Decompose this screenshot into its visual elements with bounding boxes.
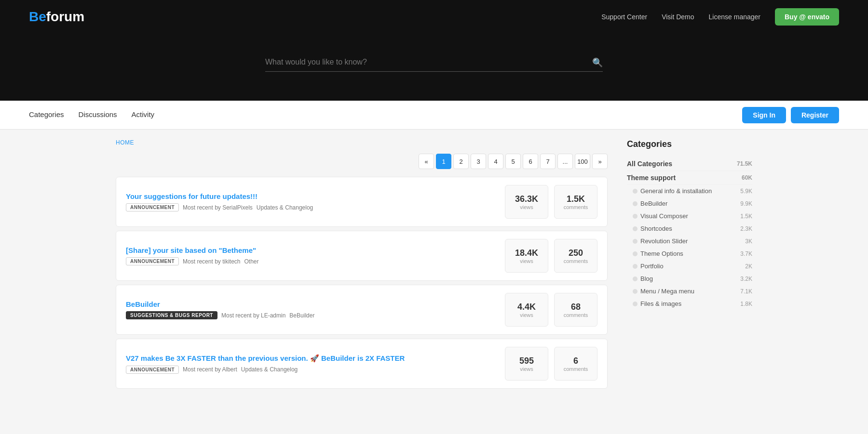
- license-manager-link[interactable]: License manager: [709, 13, 760, 21]
- sub-cat-name: Menu / Mega menu: [640, 288, 737, 295]
- thread-recent: Most recent by LE-admin: [221, 312, 285, 319]
- main-content: HOME « 1 2 3 4 5 6 7 ... 100 » Your sugg…: [87, 130, 781, 402]
- sub-cat-indicator: [633, 289, 637, 294]
- views-label: views: [520, 366, 533, 372]
- page-7[interactable]: 7: [540, 154, 556, 169]
- thread-info: V27 makes Be 3X FASTER than the previous…: [126, 354, 495, 374]
- page-5[interactable]: 5: [505, 154, 521, 169]
- thread-tag: ANNOUNCEMENT: [126, 257, 179, 265]
- header-nav: Support Center Visit Demo License manage…: [601, 8, 839, 26]
- page-next[interactable]: »: [592, 154, 608, 169]
- sub-cat-count: 5.9K: [740, 188, 752, 195]
- comments-stat: 68 comments: [554, 293, 597, 327]
- sub-cat-name: General info & installation: [640, 187, 737, 195]
- all-categories[interactable]: All Categories 71.5K: [627, 157, 752, 171]
- page-6[interactable]: 6: [523, 154, 538, 169]
- sub-cat-count: 3.2K: [740, 276, 752, 282]
- sub-cat-count: 1.8K: [740, 301, 752, 307]
- thread-info: [Share] your site based on "Betheme" ANN…: [126, 246, 495, 265]
- page-3[interactable]: 3: [471, 154, 486, 169]
- sign-in-button[interactable]: Sign In: [742, 107, 786, 123]
- logo-forum: forum: [46, 9, 84, 25]
- thread-meta: ANNOUNCEMENT Most recent by SerialPixels…: [126, 203, 495, 211]
- thread-recent: Most recent by Albert: [183, 366, 237, 373]
- nav-links: Categories Discussions Activity: [29, 102, 154, 128]
- search-icon: 🔍: [592, 57, 603, 68]
- all-categories-count: 71.5K: [737, 160, 752, 167]
- thread-title[interactable]: Your suggestions for future updates!!!: [126, 192, 495, 200]
- thread-category: BeBuilder: [289, 312, 314, 319]
- sub-cat-name: Shortcodes: [640, 225, 737, 232]
- sub-cat-indicator: [633, 189, 637, 194]
- views-value: 595: [519, 356, 534, 366]
- sidebar-title: Categories: [627, 139, 752, 149]
- sub-cat-count: 3K: [745, 238, 752, 245]
- comments-value: 68: [571, 302, 581, 312]
- thread-item: V27 makes Be 3X FASTER than the previous…: [116, 339, 608, 389]
- comments-label: comments: [564, 204, 588, 210]
- sub-cat-item[interactable]: Theme Options 3.7K: [627, 248, 752, 260]
- nav-categories[interactable]: Categories: [29, 102, 64, 128]
- sub-cat-indicator: [633, 201, 637, 206]
- breadcrumb-home[interactable]: HOME: [116, 139, 134, 146]
- page-ellipsis: ...: [557, 154, 573, 169]
- sub-cat-item[interactable]: Visual Composer 1.5K: [627, 210, 752, 223]
- pagination: « 1 2 3 4 5 6 7 ... 100 »: [116, 154, 608, 169]
- sub-cat-name: Blog: [640, 275, 737, 282]
- thread-tag: ANNOUNCEMENT: [126, 366, 179, 374]
- sub-cat-indicator: [633, 276, 637, 281]
- sub-cat-item[interactable]: Blog 3.2K: [627, 273, 752, 285]
- views-value: 36.3K: [515, 194, 538, 204]
- visit-demo-link[interactable]: Visit Demo: [662, 13, 694, 21]
- nav-activity[interactable]: Activity: [132, 102, 155, 128]
- sub-cat-item[interactable]: General info & installation 5.9K: [627, 185, 752, 197]
- comments-stat: 6 comments: [554, 347, 597, 381]
- sub-cat-item[interactable]: BeBuilder 9.9K: [627, 197, 752, 210]
- views-label: views: [520, 258, 533, 264]
- search-input[interactable]: [265, 53, 603, 72]
- site-header: Be forum Support Center Visit Demo Licen…: [0, 0, 868, 34]
- thread-meta: ANNOUNCEMENT Most recent by tikitech Oth…: [126, 257, 495, 265]
- page-2[interactable]: 2: [453, 154, 469, 169]
- page-prev[interactable]: «: [419, 154, 434, 169]
- content-area: HOME « 1 2 3 4 5 6 7 ... 100 » Your sugg…: [116, 139, 608, 393]
- support-center-link[interactable]: Support Center: [601, 13, 647, 21]
- views-value: 18.4K: [515, 248, 538, 258]
- search-area: 🔍: [0, 34, 868, 101]
- thread-item: Your suggestions for future updates!!! A…: [116, 177, 608, 227]
- main-nav-bar: Categories Discussions Activity Sign In …: [0, 101, 868, 130]
- sub-cat-item[interactable]: Portfolio 2K: [627, 260, 752, 273]
- thread-title[interactable]: V27 makes Be 3X FASTER than the previous…: [126, 354, 495, 363]
- sub-cat-item[interactable]: Shortcodes 2.3K: [627, 223, 752, 235]
- comments-label: comments: [564, 366, 588, 372]
- comments-value: 6: [573, 356, 578, 366]
- thread-item: [Share] your site based on "Betheme" ANN…: [116, 231, 608, 281]
- sub-cat-item[interactable]: Files & images 1.8K: [627, 298, 752, 310]
- comments-value: 250: [569, 248, 583, 258]
- page-1[interactable]: 1: [436, 154, 451, 169]
- thread-stats: 18.4K views 250 comments: [505, 239, 597, 273]
- sub-cat-count: 3.7K: [740, 250, 752, 257]
- sub-cat-item[interactable]: Revolution Slider 3K: [627, 235, 752, 248]
- thread-recent: Most recent by tikitech: [183, 258, 240, 265]
- register-button[interactable]: Register: [791, 107, 839, 123]
- thread-stats: 595 views 6 comments: [505, 347, 597, 381]
- page-4[interactable]: 4: [488, 154, 503, 169]
- thread-item: BeBuilder SUGGESTIONS & BUGS REPORT Most…: [116, 285, 608, 335]
- sub-cat-name: BeBuilder: [640, 200, 737, 207]
- views-stat: 18.4K views: [505, 239, 548, 273]
- thread-title[interactable]: BeBuilder: [126, 300, 495, 308]
- thread-title[interactable]: [Share] your site based on "Betheme": [126, 246, 495, 254]
- nav-discussions[interactable]: Discussions: [79, 102, 117, 128]
- sub-cat-name: Revolution Slider: [640, 237, 742, 245]
- sub-cat-indicator: [633, 302, 637, 306]
- comments-label: comments: [564, 258, 588, 264]
- search-wrap: 🔍: [265, 53, 603, 72]
- views-stat: 4.4K views: [505, 293, 548, 327]
- buy-envato-button[interactable]: Buy @ envato: [775, 8, 839, 26]
- sub-cat-indicator: [633, 239, 637, 244]
- sub-cat-item[interactable]: Menu / Mega menu 7.1K: [627, 285, 752, 298]
- page-100[interactable]: 100: [575, 154, 590, 169]
- theme-support-cat[interactable]: Theme support 60K: [627, 171, 752, 185]
- thread-list: Your suggestions for future updates!!! A…: [116, 177, 608, 389]
